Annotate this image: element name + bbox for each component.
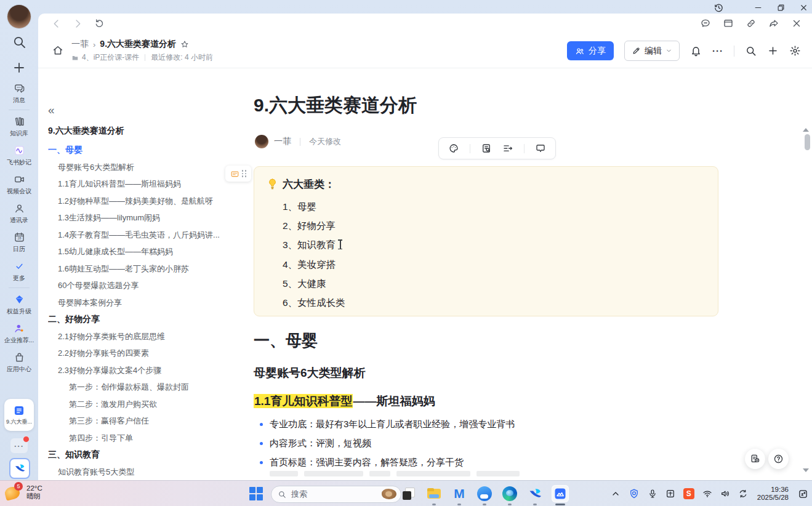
sidebar-item-3[interactable]: 飞书妙记 (0, 141, 38, 170)
forward-icon[interactable] (72, 18, 84, 30)
callout-title[interactable]: 六大垂类： (283, 177, 335, 191)
outline-item[interactable]: 第一步：创作爆款标题、爆款封面 (48, 379, 235, 396)
history-icon[interactable] (714, 2, 724, 13)
refresh-icon[interactable] (94, 18, 105, 30)
sync-icon[interactable] (738, 489, 748, 499)
drag-handle-icon[interactable] (242, 170, 247, 177)
wifi-icon[interactable] (702, 489, 712, 499)
sidebar-item-9[interactable]: 企业推荐... (0, 319, 38, 348)
callout-list-item[interactable]: 1、母婴 (283, 197, 345, 216)
share-arrow-icon[interactable] (768, 18, 779, 29)
sidebar-doc-tab[interactable]: 9.六大垂... (4, 399, 34, 431)
file-explorer-taskbar-icon[interactable] (425, 485, 443, 502)
ime-icon[interactable] (665, 489, 675, 499)
help-button[interactable] (768, 449, 789, 469)
maximize-icon[interactable] (776, 3, 786, 12)
panel-icon[interactable] (723, 18, 734, 29)
outline-item[interactable]: 第四步：引导下单 (48, 430, 235, 447)
taskbar-search[interactable]: 搜索 (271, 486, 401, 503)
weather-widget[interactable]: 5 22°C 晴朗 (4, 483, 42, 501)
callout-list-item[interactable]: 2、好物分享 (283, 216, 345, 235)
user-avatar[interactable] (7, 5, 31, 28)
plus-icon[interactable] (767, 45, 779, 57)
outline-item[interactable]: 2.3好物分享爆款文案4个步骤 (48, 362, 235, 379)
bullet-item[interactable]: 首页标题：强调主要内容，解答疑惑，分享干货 (256, 452, 712, 472)
volume-icon[interactable] (720, 489, 730, 499)
task-view-taskbar-icon[interactable] (400, 485, 417, 502)
author-name[interactable]: 一菲 (274, 136, 291, 147)
callout-block[interactable]: 六大垂类： 1、母婴2、好物分享3、知识教育4、美妆穿搭5、大健康6、女性成长类 (254, 166, 718, 316)
back-icon[interactable] (50, 18, 62, 30)
more-dots-icon[interactable]: ··· (712, 46, 723, 56)
browser-taskbar-icon[interactable] (476, 485, 493, 502)
message-icon[interactable] (700, 18, 711, 29)
shield-icon[interactable] (629, 488, 640, 499)
feishu-logo[interactable] (9, 458, 30, 479)
sidebar-item-10[interactable]: 应用中心 (0, 348, 38, 377)
edge-taskbar-icon[interactable] (501, 485, 518, 502)
scrollbar-thumb[interactable] (805, 134, 810, 150)
sidebar-item-6[interactable]: 28日历 (0, 228, 38, 257)
outline-item[interactable]: 1.5幼儿健康成长型——年糕妈妈 (48, 243, 235, 260)
outline-item[interactable]: 2.1好物分享类账号的底层思维 (48, 328, 235, 345)
callout-list-item[interactable]: 4、美妆穿搭 (283, 255, 345, 274)
outline-doc-title[interactable]: 9.六大垂类赛道分析 (48, 126, 235, 137)
search-icon[interactable] (745, 45, 757, 57)
sidebar-item-8[interactable]: 权益升级 (0, 290, 38, 319)
outline-item[interactable]: 知识教育账号5大类型 (48, 464, 235, 481)
outline-item[interactable]: 第二步：激发用户购买欲 (48, 396, 235, 413)
outline-item[interactable]: 1.4亲子教育型——毛毛虫英语，八斤妈妈讲... (48, 227, 235, 244)
link-icon[interactable] (746, 18, 757, 29)
outline-item[interactable]: 2.2好物分享账号的四要素 (48, 345, 235, 362)
outline-item[interactable]: 一、母婴 (48, 142, 235, 159)
breadcrumb-parent[interactable]: 一菲 (71, 39, 89, 50)
outline-item[interactable]: 三、知识教育 (48, 446, 235, 464)
palette-icon[interactable] (448, 143, 459, 154)
notification-center-icon[interactable] (798, 489, 808, 499)
callout-list-item[interactable]: 6、女性成长类 (283, 293, 345, 312)
start-button[interactable] (249, 487, 263, 500)
otter-image[interactable] (380, 487, 398, 502)
outline-item[interactable]: 1.3生活辣妈——lilymum闹妈 (48, 209, 235, 227)
taskbar-clock[interactable]: 19:36 2025/5/28 (756, 486, 790, 502)
sidebar-item-7[interactable]: 更多 (0, 257, 38, 286)
mic-icon[interactable] (648, 489, 657, 499)
outline-item[interactable]: 母婴账号6大类型解析 (48, 159, 235, 176)
search-icon[interactable] (12, 34, 26, 49)
outline-item[interactable]: 二、好物分享 (48, 311, 235, 328)
author-avatar[interactable] (255, 135, 268, 148)
doc-feedback-button[interactable] (745, 449, 765, 469)
close-icon[interactable] (799, 3, 808, 12)
comment-icon[interactable] (535, 143, 546, 154)
close-icon[interactable] (791, 18, 802, 29)
sidebar-item-2[interactable]: 知识库 (0, 112, 38, 141)
outline-arrow-icon[interactable] (502, 143, 513, 154)
outline-item[interactable]: 母婴脚本案例分享 (48, 294, 235, 311)
edit-button[interactable]: 编辑 (624, 41, 680, 61)
outline-item[interactable]: 1.6萌娃互动型——老丁头家的小胖苏 (48, 260, 235, 278)
outline-item[interactable]: 1.1育儿知识科普型——斯坦福妈妈 (48, 175, 235, 193)
feishu-taskbar-icon[interactable] (526, 485, 544, 502)
plus-icon[interactable] (12, 60, 26, 75)
minimize-icon[interactable] (754, 3, 763, 12)
home-icon[interactable] (52, 44, 64, 57)
heading-1[interactable]: 一、母婴 (254, 330, 318, 351)
collapse-outline-icon[interactable]: « (48, 104, 235, 116)
callout-list-item[interactable]: 3、知识教育 (283, 235, 345, 254)
outline-item[interactable]: 1.2好物种草型——辣妈美美好物、是航航呀 (48, 193, 235, 210)
sidebar-item-1[interactable]: 消息 (0, 79, 38, 108)
sogou-icon[interactable]: S (683, 488, 694, 499)
bell-icon[interactable] (690, 45, 702, 57)
outline-item[interactable]: 60个母婴爆款选题分享 (48, 277, 235, 294)
share-button[interactable]: 分享 (567, 41, 614, 60)
outline-item[interactable]: 第三步：赢得客户信任 (48, 412, 235, 430)
bullet-item[interactable]: 内容形式：评测，短视频 (256, 433, 712, 452)
doc-link-icon[interactable] (481, 143, 492, 154)
star-icon[interactable] (180, 40, 189, 49)
scroll-up-arrow[interactable] (803, 128, 809, 132)
bullet-item[interactable]: 专业功底：最好有3年以上育儿或者职业经验，增强专业背书 (256, 414, 712, 433)
folder-name[interactable]: 4、iP正价课-课件 (82, 52, 139, 63)
feishu-docs-taskbar-icon[interactable] (552, 485, 569, 502)
settings-gear-icon[interactable] (789, 45, 801, 57)
scroll-down-arrow[interactable] (803, 468, 809, 472)
